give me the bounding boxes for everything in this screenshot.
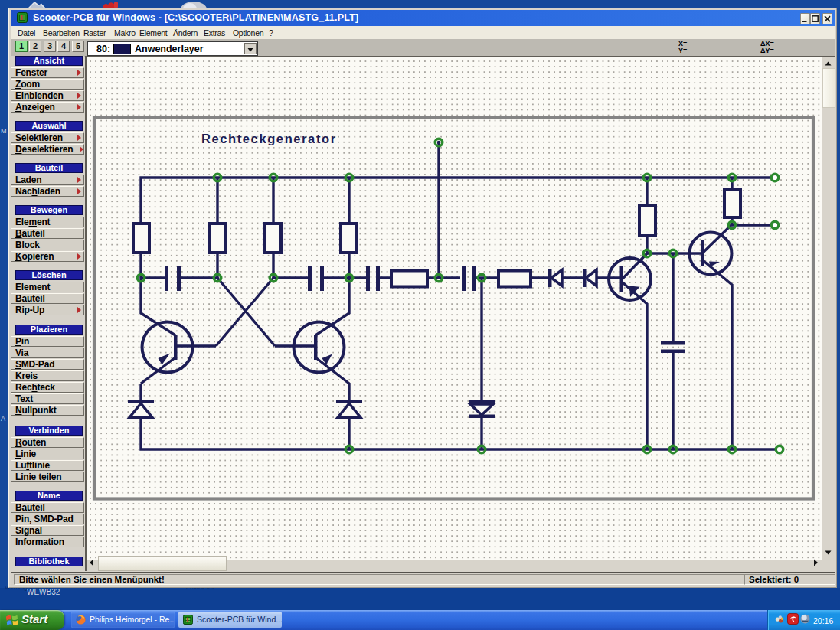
svg-text:Rechteckgenerator: Rechteckgenerator <box>201 132 337 145</box>
